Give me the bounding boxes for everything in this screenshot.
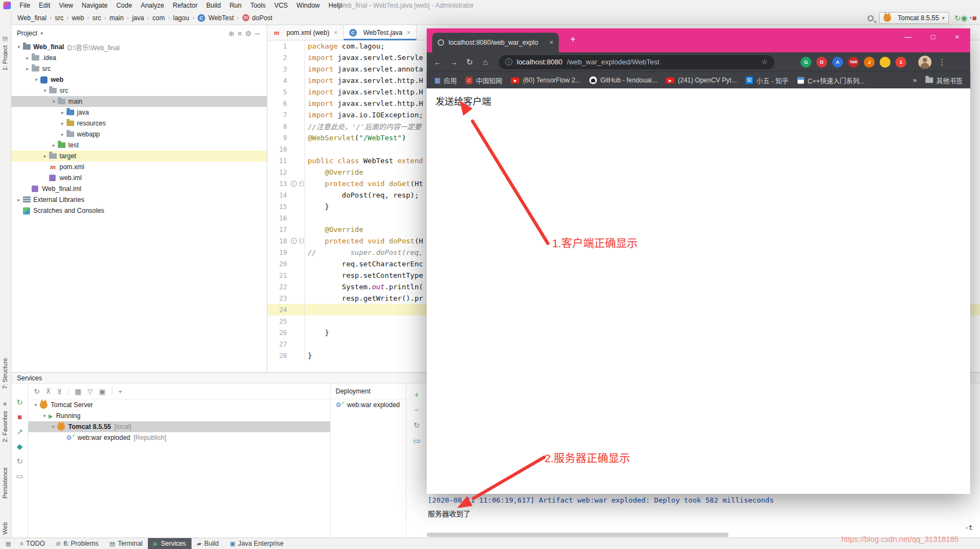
horizontal-scrollbar[interactable] xyxy=(427,533,728,537)
bookmark-241-opencv-pyt[interactable]: ▶(241) OpenCV Pyt... xyxy=(666,76,737,84)
tab-close-icon[interactable]: × xyxy=(334,29,338,37)
deploy-artifact-icon[interactable]: + xyxy=(414,390,419,399)
statusbar-services[interactable]: ▶Services xyxy=(148,538,191,549)
chevron-icon[interactable]: ▸ xyxy=(58,110,67,115)
forward-icon[interactable]: → xyxy=(448,57,459,67)
extension-a[interactable]: A xyxy=(832,57,843,68)
maximize-button[interactable]: □ xyxy=(921,29,945,45)
home-icon[interactable]: ⌂ xyxy=(480,57,491,67)
close-button[interactable]: × xyxy=(945,29,969,45)
filter-icon[interactable]: ▽ xyxy=(87,387,93,396)
override-icon[interactable]: ↑ xyxy=(291,238,297,244)
project-item-pom-xml[interactable]: mpom.xml xyxy=(11,162,267,172)
back-icon[interactable]: ← xyxy=(432,57,444,67)
project-item-main[interactable]: ▾main xyxy=(11,96,267,107)
search-everywhere-icon[interactable] xyxy=(868,15,874,21)
breadcrumb-web-final[interactable]: Web_final xyxy=(16,14,47,22)
stripe-2-favorites[interactable]: 2: Favorites xyxy=(2,411,8,442)
chevron-icon[interactable]: ▸ xyxy=(50,142,58,148)
service-running[interactable]: ▾▶Running xyxy=(28,410,330,421)
bookmark-item[interactable]: » xyxy=(913,76,917,84)
project-item-src[interactable]: ▸src xyxy=(11,63,267,74)
menu-edit[interactable]: Edit xyxy=(34,2,55,9)
bookmark-c-快速入门系列[interactable]: C++快速入门系列... xyxy=(797,76,865,85)
stripe-1-project[interactable]: 1: Project xyxy=(2,45,8,70)
restart-server-icon[interactable]: ↻ xyxy=(16,398,23,407)
chevron-icon[interactable]: ▸ xyxy=(15,197,23,202)
breadcrumb-webtest[interactable]: CWebTest xyxy=(196,14,235,22)
statusbar-java-enterprise[interactable]: ▣Java Enterprise xyxy=(224,538,289,549)
menu-vcs[interactable]: VCS xyxy=(270,2,292,9)
new-window-icon[interactable]: ▣ xyxy=(99,387,105,396)
bookmark-star-icon[interactable]: ☆ xyxy=(761,58,768,66)
chevron-icon[interactable]: ▾ xyxy=(32,402,40,408)
breadcrumb-lagou[interactable]: lagou xyxy=(172,14,190,22)
run-configuration-select[interactable]: Tomcat 8.5.55 ▾ xyxy=(879,12,949,24)
service-web-war-exploded[interactable]: ⚙✓web:war exploded[Republish] xyxy=(28,432,330,443)
project-item-resources[interactable]: ▸resources xyxy=(11,118,267,129)
collapse-all-icon[interactable]: ⊻ xyxy=(57,387,62,396)
browser-tab[interactable]: localhost:8080/web_war_explo × xyxy=(432,33,559,52)
site-info-icon[interactable]: i xyxy=(505,58,512,65)
refresh-icon[interactable]: ↻ xyxy=(16,457,23,466)
rerun-icon[interactable]: ↻ xyxy=(34,387,40,396)
statusbar-build[interactable]: ▰Build xyxy=(192,538,224,549)
service-tomcat-8-5-55[interactable]: ▾Tomcat 8.5.55[local] xyxy=(28,421,330,432)
tab-webtest-java[interactable]: CWebTest.java× xyxy=(344,25,417,40)
extension-badge[interactable]: 1 xyxy=(895,57,906,68)
chevron-icon[interactable]: ▾ xyxy=(15,44,23,50)
project-panel-title[interactable]: Project xyxy=(17,29,37,37)
stop-icon[interactable]: ■ xyxy=(17,413,22,421)
breadcrumb-main[interactable]: main xyxy=(109,14,125,22)
new-tab-button[interactable]: + xyxy=(566,34,579,45)
stripe-web[interactable]: Web xyxy=(2,522,8,534)
project-item-src[interactable]: ▾src xyxy=(11,85,267,96)
menu-refactor[interactable]: Refactor xyxy=(169,2,202,9)
tab-close-icon[interactable]: × xyxy=(549,39,553,46)
project-item-external-libraries[interactable]: ▸External Libraries xyxy=(11,194,267,205)
project-item-test[interactable]: ▸test xyxy=(11,140,267,151)
override-icon[interactable]: ↑ xyxy=(291,181,297,187)
breadcrumb-dopost[interactable]: mdoPost xyxy=(241,14,273,22)
deploy-icon[interactable]: ↗ xyxy=(16,427,23,436)
add-service-icon[interactable]: + xyxy=(118,387,123,396)
chevron-icon[interactable]: ▾ xyxy=(40,413,49,419)
expand-all-icon[interactable]: ⊼ xyxy=(46,387,51,396)
services-panel-title[interactable]: Services xyxy=(17,374,42,382)
bookmark-github-fendouai[interactable]: GitHub - fendouai... xyxy=(589,76,657,84)
menu-run[interactable]: Run xyxy=(225,2,246,9)
settings-icon[interactable]: ⚙ xyxy=(243,29,253,38)
breadcrumb-com[interactable]: com xyxy=(151,14,166,22)
address-bar[interactable]: i localhost:8080/web_war_exploded/WebTes… xyxy=(499,55,774,69)
favorites-star-icon[interactable]: ★ xyxy=(2,401,8,408)
statusbar-6-problems[interactable]: ⊘6: Problems xyxy=(50,538,104,549)
menu-code[interactable]: Code xyxy=(112,2,136,9)
breadcrumb-src[interactable]: src xyxy=(54,14,65,22)
service-tomcat-server[interactable]: ▾Tomcat Server xyxy=(28,399,330,410)
project-item-idea[interactable]: ▸.idea xyxy=(11,52,267,63)
toolwindow-switcher-icon[interactable]: ▦ xyxy=(2,540,14,547)
fold-icon[interactable]: − xyxy=(299,238,304,243)
chevron-icon[interactable]: ▾ xyxy=(50,99,58,104)
chevron-icon[interactable]: ▸ xyxy=(41,153,49,159)
menu-build[interactable]: Build xyxy=(202,2,225,9)
menu-window[interactable]: Window xyxy=(292,2,324,9)
toolwindow-icon[interactable]: ▤ xyxy=(2,35,8,42)
project-item-web-iml[interactable]: web.iml xyxy=(11,172,267,183)
redeploy-icon[interactable]: ↻ xyxy=(414,421,420,429)
chevron-icon[interactable]: ▸ xyxy=(58,121,67,126)
tab-close-icon[interactable]: × xyxy=(407,29,411,37)
project-item-web[interactable]: ▾web xyxy=(11,74,267,85)
fold-icon[interactable]: − xyxy=(299,181,304,186)
bookmark-其他书签[interactable]: 其他书签 xyxy=(925,76,963,85)
hide-icon[interactable]: ─ xyxy=(253,29,261,38)
breadcrumb-java[interactable]: java xyxy=(131,14,145,22)
extension-j[interactable]: J xyxy=(864,57,875,68)
project-item-web-final-iml[interactable]: Web_final.iml xyxy=(11,183,267,194)
statusbar-terminal[interactable]: ▤Terminal xyxy=(104,538,148,549)
extension-g[interactable]: G xyxy=(800,57,811,68)
extension-duck[interactable] xyxy=(880,57,891,68)
statusbar-todo[interactable]: ≡TODO xyxy=(14,538,50,549)
browser-title-bar[interactable]: localhost:8080/web_war_explo × + — □ × xyxy=(427,28,970,52)
console-icon[interactable]: ▭ xyxy=(16,472,23,480)
